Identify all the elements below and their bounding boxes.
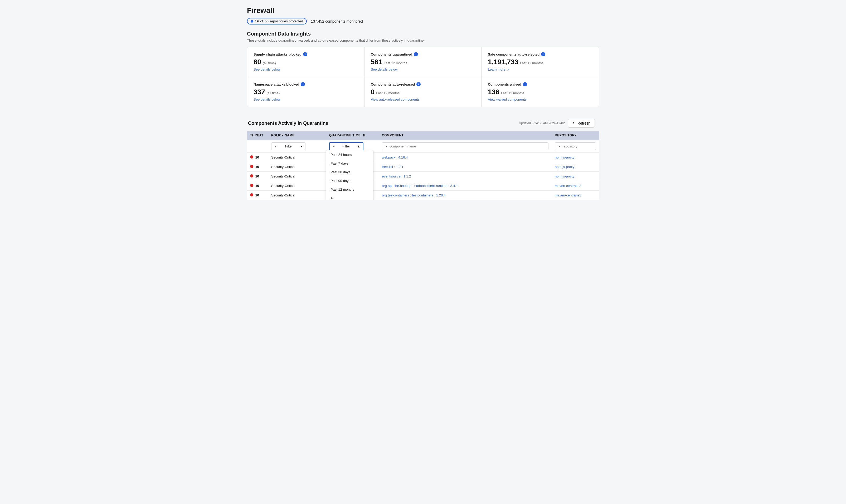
insight-label-0: Supply chain attacks blocked i [254, 52, 358, 56]
col-component: COMPONENT [379, 131, 552, 140]
filter-policy-cell: ▼ Filter ▾ [268, 140, 326, 153]
threat-score-0: 10 [255, 155, 259, 159]
policy-filter-select[interactable]: ▼ Filter ▾ [271, 142, 306, 150]
components-monitored: 137,452 components monitored [311, 19, 363, 23]
col-quarantine-time[interactable]: QUARANTINE TIME ⇅ [326, 131, 379, 140]
filter-label-quarantine: Filter [342, 144, 350, 148]
filter-icon-component: ▼ [385, 145, 388, 148]
threat-score-4: 10 [255, 193, 259, 197]
insight-label-1: Components quarantined i [371, 52, 475, 56]
filter-row: ▼ Filter ▾ ▼ Filter ▲ [247, 140, 599, 153]
repos-of: of [260, 19, 263, 23]
insight-label-2: Safe components auto-selected i [488, 52, 592, 56]
quarantine-title: Components Actively in Quarantine [248, 121, 328, 126]
insight-link-5[interactable]: View waived components [488, 97, 526, 102]
repos-total: 55 [264, 19, 268, 23]
filter-icon-quarantine: ▼ [332, 145, 335, 148]
insight-cell-5: Components waived i 136Last 12 months Vi… [482, 77, 599, 107]
repo-link-4[interactable]: maven-central-s3 [555, 193, 581, 197]
cell-threat-0: 10 [247, 153, 268, 162]
cell-threat-1: 10 [247, 162, 268, 172]
info-icon-2[interactable]: i [541, 52, 545, 56]
updated-text: Updated 6:24:50 AM 2024-12-02 [519, 121, 565, 125]
dropdown-option-3[interactable]: Past 90 days [326, 176, 373, 185]
col-repository: REPOSITORY [552, 131, 599, 140]
sort-icon: ⇅ [363, 134, 365, 137]
cell-component-0: webpack : 4.16.4 [379, 153, 552, 162]
insight-link-0[interactable]: See details below [254, 67, 280, 71]
insight-link-1[interactable]: See details below [371, 67, 398, 71]
repo-link-1[interactable]: npm.js-proxy [555, 165, 574, 169]
insight-link-2[interactable]: Learn more ↗ [488, 67, 509, 71]
cell-threat-3: 10 [247, 181, 268, 191]
repos-protected-count: 19 [255, 19, 259, 23]
table-row: 10 Security-Critical eventsource : 1.1.2… [247, 172, 599, 181]
insight-link-4[interactable]: View auto-released components [371, 97, 420, 102]
refresh-button[interactable]: ↻ Refresh [568, 119, 595, 128]
component-link-0[interactable]: webpack : 4.16.4 [382, 155, 408, 159]
quarantine-table: THREAT POLICY NAME QUARANTINE TIME ⇅ COM… [247, 131, 599, 200]
component-filter-input-wrap: ▼ [382, 142, 549, 150]
threat-dot-2 [250, 174, 253, 178]
repository-filter-input-wrap: ▼ [555, 142, 596, 150]
repos-protected-badge[interactable]: 19 of 55 repositories protected [247, 18, 307, 24]
insight-value-5: 136Last 12 months [488, 88, 592, 96]
cell-repository-2: npm.js-proxy [552, 172, 599, 181]
repository-filter-input[interactable] [563, 144, 593, 148]
repo-link-0[interactable]: npm.js-proxy [555, 155, 574, 159]
quarantine-meta: Updated 6:24:50 AM 2024-12-02 ↻ Refresh [519, 119, 595, 128]
dropdown-option-1[interactable]: Past 7 days [326, 159, 373, 168]
component-filter-input[interactable] [390, 144, 546, 148]
insight-cell-3: Namespace attacks blocked i 337(all time… [247, 77, 364, 107]
table-row: 10 Security-Critical tree-kill : 1.2.1 n… [247, 162, 599, 172]
filter-icon-policy: ▼ [274, 145, 277, 148]
cell-policy-0: Security-Critical [268, 153, 326, 162]
repos-label: repositories protected [270, 19, 303, 23]
table-header-row: THREAT POLICY NAME QUARANTINE TIME ⇅ COM… [247, 131, 599, 140]
quarantine-header: Components Actively in Quarantine Update… [247, 114, 599, 131]
repo-link-2[interactable]: npm.js-proxy [555, 174, 574, 178]
cell-threat-4: 10 [247, 191, 268, 200]
dropdown-option-0[interactable]: Past 24 hours [326, 150, 373, 159]
info-icon-4[interactable]: i [416, 82, 421, 86]
threat-dot-4 [250, 193, 253, 196]
repo-link-3[interactable]: maven-central-s3 [555, 184, 581, 188]
threat-score-3: 10 [255, 184, 259, 188]
insight-label-5: Components waived i [488, 82, 592, 86]
component-link-3[interactable]: org.apache.hadoop : hadoop-client-runtim… [382, 184, 458, 188]
cell-repository-1: npm.js-proxy [552, 162, 599, 172]
col-threat: THREAT [247, 131, 268, 140]
quarantine-filter-select[interactable]: ▼ Filter ▲ [329, 142, 363, 150]
info-icon-1[interactable]: i [414, 52, 418, 56]
dropdown-option-2[interactable]: Past 30 days [326, 168, 373, 176]
insight-cell-0: Supply chain attacks blocked i 80(all ti… [247, 47, 364, 77]
dropdown-option-4[interactable]: Past 12 months [326, 185, 373, 194]
insight-cell-2: Safe components auto-selected i 1,191,73… [482, 47, 599, 77]
cell-component-2: eventsource : 1.1.2 [379, 172, 552, 181]
insight-link-3[interactable]: See details below [254, 97, 280, 102]
insight-value-1: 581Last 12 months [371, 58, 475, 66]
component-link-2[interactable]: eventsource : 1.1.2 [382, 174, 411, 178]
dropdown-option-5[interactable]: All [326, 194, 373, 200]
table-row: 10 Security-Critical webpack : 4.16.4 np… [247, 153, 599, 162]
component-link-1[interactable]: tree-kill : 1.2.1 [382, 165, 403, 169]
cell-policy-3: Security-Critical [268, 181, 326, 191]
insight-value-0: 80(all time) [254, 58, 358, 66]
cell-policy-2: Security-Critical [268, 172, 326, 181]
insight-value-3: 337(all time) [254, 88, 358, 96]
filter-component-cell: ▼ [379, 140, 552, 153]
insight-value-4: 0Last 12 months [371, 88, 475, 96]
refresh-label: Refresh [577, 121, 590, 125]
info-icon-0[interactable]: i [303, 52, 307, 56]
insight-cell-4: Components auto-released i 0Last 12 mont… [364, 77, 482, 107]
component-link-4[interactable]: org.testcontainers : testcontainers : 1.… [382, 193, 446, 197]
cell-component-4: org.testcontainers : testcontainers : 1.… [379, 191, 552, 200]
quarantine-table-wrap: THREAT POLICY NAME QUARANTINE TIME ⇅ COM… [247, 131, 599, 200]
insight-value-2: 1,191,733Last 12 months [488, 58, 592, 66]
filter-repository-cell: ▼ [552, 140, 599, 153]
threat-dot-0 [250, 155, 253, 159]
header-stats: 19 of 55 repositories protected 137,452 … [247, 18, 599, 24]
threat-score-1: 10 [255, 165, 259, 169]
info-icon-5[interactable]: i [523, 82, 527, 86]
info-icon-3[interactable]: i [301, 82, 305, 86]
